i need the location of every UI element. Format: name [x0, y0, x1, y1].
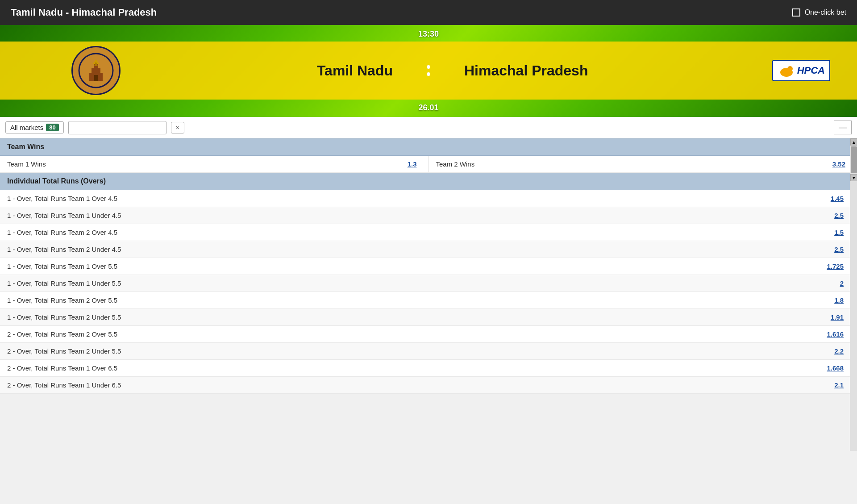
match-time: 13:30 [418, 25, 439, 42]
one-click-bet-section: One-click bet [792, 8, 846, 17]
match-banner: 13:30 Tamil Nadu [0, 25, 857, 117]
section-header-team-wins: Team Wins [0, 138, 857, 156]
header: Tamil Nadu - Himachal Pradesh One-click … [0, 0, 857, 25]
market-row: 1 - Over, Total Runs Team 1 Under 5.5 2 [0, 275, 857, 292]
total-runs-rows: 1 - Over, Total Runs Team 1 Over 4.5 1.4… [0, 190, 857, 394]
page-title: Tamil Nadu - Himachal Pradesh [11, 7, 157, 18]
market-row-name: 2 - Over, Total Runs Team 2 Over 5.5 [0, 326, 820, 342]
market-row: 1 - Over, Total Runs Team 1 Over 5.5 1.7… [0, 258, 857, 275]
team2-wins-odds[interactable]: 3.52 [832, 160, 845, 168]
team1-wins-name: Team 1 Wins [7, 160, 408, 168]
team1-block: Tamil Nadu [0, 42, 420, 100]
market-row-name: 1 - Over, Total Runs Team 2 Over 4.5 [0, 224, 821, 241]
dot1 [427, 65, 430, 69]
market-row-name: 2 - Over, Total Runs Team 1 Over 6.5 [0, 360, 820, 376]
match-divider [420, 42, 437, 100]
search-input[interactable] [68, 121, 166, 134]
team1-name: Tamil Nadu [317, 62, 393, 79]
market-row-name: 2 - Over, Total Runs Team 1 Under 6.5 [0, 377, 821, 393]
market-row: 1 - Over, Total Runs Team 1 Over 4.5 1.4… [0, 190, 857, 207]
dot2 [427, 72, 430, 76]
market-row-name: 1 - Over, Total Runs Team 2 Under 4.5 [0, 241, 821, 258]
market-row: 1 - Over, Total Runs Team 1 Under 4.5 2.… [0, 207, 857, 224]
market-row-name: 1 - Over, Total Runs Team 1 Under 4.5 [0, 207, 821, 224]
market-row: 1 - Over, Total Runs Team 2 Over 4.5 1.5 [0, 224, 857, 241]
team2-block: Himachal Pradesh HPCA [437, 42, 857, 100]
match-score: 26.01 [418, 100, 438, 117]
team1-logo [71, 46, 121, 95]
svg-rect-6 [94, 75, 98, 81]
scroll-thumb[interactable] [851, 146, 857, 173]
market-row-name: 1 - Over, Total Runs Team 1 Over 4.5 [0, 190, 821, 207]
collapse-button[interactable]: — [834, 121, 852, 134]
hpca-text: HPCA [797, 65, 825, 76]
team2-name: Himachal Pradesh [464, 62, 588, 79]
markets-bar: All markets 80 × — [0, 117, 857, 138]
team2-wins-name: Team 2 Wins [436, 160, 832, 168]
team1-wins-cell: Team 1 Wins 1.3 [0, 156, 428, 172]
clear-search-button[interactable]: × [171, 122, 184, 133]
all-markets-button[interactable]: All markets 80 [5, 121, 64, 133]
market-row: 2 - Over, Total Runs Team 2 Under 5.5 2.… [0, 343, 857, 360]
team-wins-row: Team 1 Wins 1.3 Team 2 Wins 3.52 [0, 156, 857, 173]
all-markets-label: All markets [10, 124, 43, 131]
markets-count-badge: 80 [46, 124, 58, 131]
team1-wins-odds[interactable]: 1.3 [408, 160, 417, 168]
market-row: 2 - Over, Total Runs Team 1 Over 6.5 1.6… [0, 360, 857, 377]
scroll-up-button[interactable]: ▲ [850, 138, 857, 146]
market-row-name: 1 - Over, Total Runs Team 1 Under 5.5 [0, 275, 821, 292]
hpca-logo-box: HPCA [772, 60, 830, 81]
market-row-name: 1 - Over, Total Runs Team 2 Over 5.5 [0, 292, 821, 308]
market-row: 1 - Over, Total Runs Team 2 Over 5.5 1.8 [0, 292, 857, 309]
market-row-name: 2 - Over, Total Runs Team 2 Under 5.5 [0, 343, 821, 359]
section-header-total-runs: Individual Total Runs (Overs) [0, 173, 857, 190]
scrollbar[interactable]: ▲ ▼ [850, 138, 857, 451]
market-row: 1 - Over, Total Runs Team 2 Under 4.5 2.… [0, 241, 857, 258]
team2-wins-cell: Team 2 Wins 3.52 [429, 156, 857, 172]
market-row-name: 1 - Over, Total Runs Team 2 Under 5.5 [0, 309, 821, 325]
teams-section: Tamil Nadu Himachal Pradesh [0, 42, 857, 100]
market-row-name: 1 - Over, Total Runs Team 1 Over 5.5 [0, 258, 820, 275]
markets-container: Team Wins Team 1 Wins 1.3 Team 2 Wins 3.… [0, 138, 857, 394]
market-row: 2 - Over, Total Runs Team 2 Over 5.5 1.6… [0, 326, 857, 343]
one-click-label: One-click bet [805, 8, 846, 17]
scroll-down-button[interactable]: ▼ [850, 174, 857, 181]
team2-logo: HPCA [772, 60, 830, 81]
market-row: 2 - Over, Total Runs Team 1 Under 6.5 2.… [0, 377, 857, 394]
market-row: 1 - Over, Total Runs Team 2 Under 5.5 1.… [0, 309, 857, 326]
one-click-checkbox[interactable] [792, 8, 800, 17]
